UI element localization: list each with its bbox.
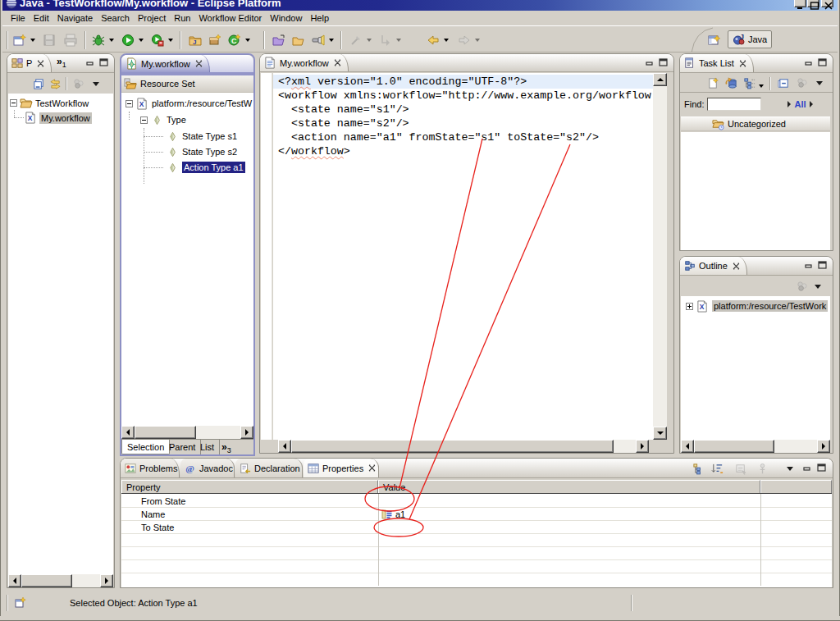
tree-item-type[interactable]: Type [140, 112, 186, 128]
menu-help[interactable]: Help [306, 11, 333, 25]
property-row-tostate[interactable]: To State [141, 522, 174, 533]
run-button[interactable] [119, 31, 137, 49]
print-button[interactable] [62, 31, 80, 49]
package-explorer-hscrollbar[interactable] [8, 574, 113, 587]
menu-run[interactable]: Run [170, 11, 194, 25]
more-pages-chevron[interactable]: »3 [221, 441, 231, 454]
back-dropdown[interactable] [444, 39, 449, 42]
new-java-class-button[interactable] [226, 31, 244, 49]
collapse-toggle-icon[interactable] [126, 100, 133, 107]
tree-item-action[interactable]: Action Type a1 [167, 159, 245, 176]
xml-editor-hscrollbar[interactable] [278, 440, 649, 453]
package-explorer-maximize-icon[interactable] [99, 57, 111, 67]
task-list-close-icon[interactable] [739, 60, 746, 67]
new-java-class-dropdown[interactable] [245, 39, 250, 42]
collapse-toggle-icon[interactable] [10, 99, 17, 107]
save-button[interactable] [40, 31, 58, 49]
outline-filters-button[interactable] [793, 278, 810, 295]
menu-file[interactable]: File [7, 11, 30, 25]
scope-menu-icon[interactable] [810, 101, 813, 107]
resource-set-header[interactable]: Resource Set [121, 75, 253, 93]
maximize-window-button[interactable] [807, 0, 819, 7]
find-input[interactable] [707, 98, 761, 111]
workflow-editor-hscrollbar[interactable] [121, 426, 253, 439]
xml-editor-close-icon[interactable] [334, 59, 341, 66]
menu-edit[interactable]: Edit [30, 11, 53, 25]
view-menu-button[interactable] [88, 75, 104, 92]
next-annotation-button[interactable] [377, 31, 395, 49]
search-button[interactable] [309, 31, 327, 49]
new-java-package-button[interactable] [206, 31, 224, 49]
tree-item-resource[interactable]: platform:/resource/TestW [126, 95, 252, 112]
properties-tab[interactable]: Properties [304, 459, 379, 477]
categorized-dropdown[interactable] [759, 84, 764, 88]
tree-item-my-workflow[interactable]: My.workflow [25, 111, 92, 125]
task-list-maximize-icon[interactable] [818, 57, 829, 67]
new-wizard-dropdown[interactable] [30, 39, 35, 42]
fast-view-icon[interactable] [14, 596, 27, 610]
collapse-all-tasks-button[interactable] [775, 75, 792, 92]
external-tools-dropdown[interactable] [168, 39, 173, 42]
outline-item-resource[interactable]: platform:/resource/TestWork [686, 299, 828, 313]
menu-search[interactable]: Search [97, 11, 134, 25]
task-list-minimize-icon[interactable] [805, 57, 816, 67]
menu-project[interactable]: Project [134, 11, 170, 25]
forward-dropdown[interactable] [475, 39, 480, 42]
xml-editor-tab[interactable]: My.workflow [260, 54, 349, 71]
workflow-editor-tab[interactable]: My.workflow [121, 55, 210, 72]
java-perspective-button[interactable]: Java [728, 30, 772, 48]
outline-minimize-icon[interactable] [805, 260, 816, 270]
xml-editor-vscrollbar[interactable] [653, 73, 667, 440]
outline-hscrollbar[interactable] [681, 440, 830, 453]
find-next-icon[interactable] [788, 101, 791, 107]
debug-dropdown[interactable] [109, 39, 114, 42]
search-dropdown[interactable] [329, 39, 334, 42]
menu-window[interactable]: Window [266, 11, 306, 25]
page-tab-list[interactable]: List [195, 440, 220, 454]
uncategorized-row[interactable]: Uncategorized [681, 116, 830, 131]
outline-tab[interactable]: Outline [680, 257, 747, 275]
javadoc-tab[interactable]: Javadoc [180, 459, 235, 477]
package-explorer-minimize-icon[interactable] [86, 57, 98, 67]
properties-view-menu-button[interactable] [782, 460, 798, 477]
collapse-toggle-icon[interactable] [140, 116, 148, 124]
open-project-button[interactable] [270, 31, 288, 49]
title-bar[interactable]: Java - TestWorkflow/My.workflow - Eclips… [2, 0, 838, 11]
find-scope-all[interactable]: All [794, 99, 806, 109]
new-task-button[interactable] [705, 75, 721, 92]
debug-button[interactable] [89, 31, 107, 49]
package-explorer-close-icon[interactable] [37, 60, 44, 67]
declaration-tab[interactable]: Declaration [235, 459, 303, 477]
property-row-fromstate[interactable]: From State [141, 495, 185, 507]
minimize-window-button[interactable] [794, 0, 806, 7]
link-with-editor-button[interactable] [47, 75, 63, 92]
next-annotation-dropdown[interactable] [396, 39, 401, 42]
properties-show-advanced-button[interactable] [733, 460, 749, 477]
close-window-button[interactable] [821, 0, 833, 7]
open-file-button[interactable] [290, 31, 308, 49]
tree-item-state1[interactable]: State Type s1 [167, 128, 237, 144]
new-java-project-button[interactable] [186, 31, 204, 49]
fastview-chevron[interactable]: »1 [57, 56, 66, 69]
properties-close-icon[interactable] [368, 464, 376, 472]
outline-close-icon[interactable] [733, 263, 740, 270]
xml-editor-content[interactable]: <?xml version="1.0" encoding="UTF-8"?> <… [273, 73, 653, 440]
expand-toggle-icon[interactable] [686, 303, 693, 310]
open-perspective-button[interactable] [705, 31, 723, 49]
properties-minimize-icon[interactable] [803, 463, 815, 473]
properties-sort-button[interactable] [709, 460, 725, 477]
outline-view-menu-button[interactable] [810, 278, 826, 295]
column-header-value[interactable]: Value [378, 480, 760, 493]
back-button[interactable] [424, 31, 442, 49]
package-explorer-tab[interactable]: P [7, 54, 52, 72]
last-edit-dropdown[interactable] [367, 39, 372, 42]
new-wizard-button[interactable] [11, 31, 29, 49]
run-dropdown[interactable] [139, 39, 144, 42]
column-header-property[interactable]: Property [121, 480, 378, 493]
categorized-view-button[interactable] [741, 75, 757, 92]
properties-maximize-icon[interactable] [817, 463, 829, 473]
workflow-editor-close-icon[interactable] [195, 60, 203, 67]
menu-navigate[interactable]: Navigate [53, 11, 97, 25]
properties-categories-button[interactable] [690, 460, 706, 477]
menu-workflow-editor[interactable]: Workflow Editor [194, 11, 266, 25]
